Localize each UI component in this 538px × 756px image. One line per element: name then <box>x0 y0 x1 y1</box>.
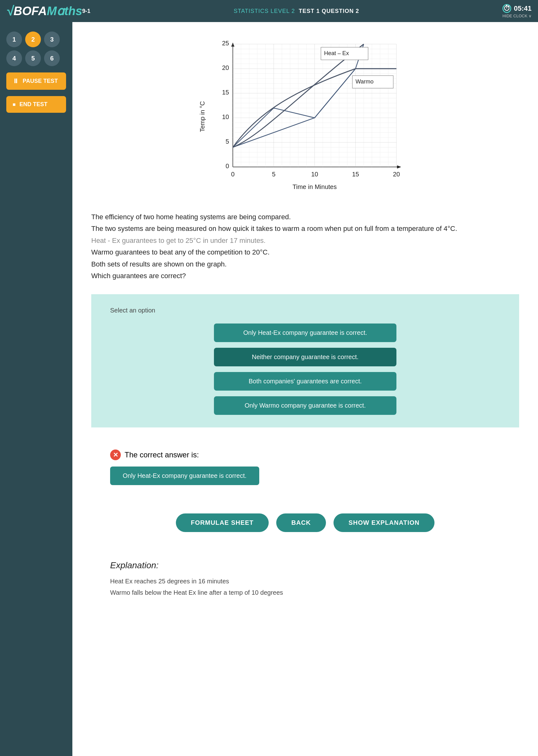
svg-text:5: 5 <box>272 171 275 178</box>
graph-svg: Temp in °C <box>198 34 412 198</box>
svg-text:15: 15 <box>222 89 229 96</box>
question-number-list: 1 2 3 4 5 6 <box>6 31 66 66</box>
question-num-4[interactable]: 4 <box>6 50 22 66</box>
breadcrumb-bold: TEST 1 QUESTION 2 <box>298 8 359 14</box>
pause-test-label: PAUSE TEST <box>23 78 58 85</box>
question-text: The efficiency of two home heating syste… <box>91 211 519 282</box>
correct-answer-button[interactable]: Only Heat-Ex company guarantee is correc… <box>110 467 259 485</box>
explanation-section: Explanation: Heat Ex reaches 25 degrees … <box>91 554 519 617</box>
pause-test-button[interactable]: ⏸ PAUSE TEST <box>6 72 66 90</box>
question-num-2[interactable]: 2 <box>25 31 41 47</box>
correct-answer-label: ✕ The correct answer is: <box>110 450 500 460</box>
end-test-label: END TEST <box>20 101 47 108</box>
correct-answer-section: ✕ The correct answer is: Only Heat-Ex co… <box>91 440 519 495</box>
svg-marker-3 <box>397 165 401 168</box>
y-axis-label: Temp in °C <box>199 101 206 132</box>
header: √ BOFA Mɑths 9-1 STATISTICS LEVEL 2 TEST… <box>0 0 538 22</box>
correct-answer-text: The correct answer is: <box>125 450 199 459</box>
option-heat-ex-only[interactable]: Only Heat-Ex company guarantee is correc… <box>214 324 397 342</box>
svg-text:Heat – Ex: Heat – Ex <box>324 50 349 56</box>
svg-text:0: 0 <box>231 171 235 178</box>
logo: √ BOFA Mɑths 9-1 <box>6 3 90 19</box>
explanation-line2: Warmo falls below the Heat Ex line after… <box>110 587 500 598</box>
sidebar: 1 2 3 4 5 6 ⏸ PAUSE TEST ■ END TEST <box>0 22 72 756</box>
back-button[interactable]: BACK <box>276 513 326 532</box>
clock-time: 05:41 <box>514 4 531 13</box>
svg-text:20: 20 <box>222 64 229 71</box>
hide-clock-button[interactable]: HIDE CLOCK ∨ <box>503 14 532 18</box>
show-explanation-button[interactable]: SHOW EXPLANATION <box>334 513 435 532</box>
question-line1: The efficiency of two home heating syste… <box>91 211 519 223</box>
wrong-icon: ✕ <box>110 450 121 460</box>
option-both[interactable]: Both companies' guarantees are correct. <box>214 372 397 391</box>
formulae-sheet-button[interactable]: FORMULAE SHEET <box>176 513 269 532</box>
question-line6: Which guarantees are correct? <box>91 270 519 282</box>
answer-section: Select an option Only Heat-Ex company gu… <box>91 294 519 427</box>
logo-sqrt: √ <box>6 3 14 19</box>
breadcrumb: STATISTICS LEVEL 2 TEST 1 QUESTION 2 <box>234 8 359 15</box>
svg-text:25: 25 <box>222 40 229 47</box>
options-list: Only Heat-Ex company guarantee is correc… <box>110 324 500 415</box>
question-num-3[interactable]: 3 <box>44 31 60 47</box>
breadcrumb-gray: STATISTICS LEVEL 2 <box>234 8 295 14</box>
main-layout: 1 2 3 4 5 6 ⏸ PAUSE TEST ■ END TEST Temp… <box>0 22 538 756</box>
question-num-1[interactable]: 1 <box>6 31 22 47</box>
stop-icon: ■ <box>13 102 16 107</box>
question-num-5[interactable]: 5 <box>25 50 41 66</box>
x-axis-label: Time in Minutes <box>293 183 337 190</box>
end-test-button[interactable]: ■ END TEST <box>6 96 66 113</box>
graph-wrap: Temp in °C <box>198 34 412 198</box>
svg-text:Warmo: Warmo <box>355 79 373 85</box>
select-label: Select an option <box>110 307 500 314</box>
option-neither[interactable]: Neither company guarantee is correct. <box>214 348 397 366</box>
logo-maths: Mɑths <box>47 4 82 18</box>
option-warmo-only[interactable]: Only Warmo company guarantee is correct. <box>214 396 397 415</box>
explanation-text: Heat Ex reaches 25 degrees in 16 minutes… <box>110 576 500 598</box>
explanation-line1: Heat Ex reaches 25 degrees in 16 minutes <box>110 576 500 587</box>
question-num-6[interactable]: 6 <box>44 50 60 66</box>
svg-text:10: 10 <box>311 171 318 178</box>
pause-icon: ⏸ <box>13 78 19 85</box>
clock-icon: ⏱ <box>503 4 511 13</box>
explanation-title: Explanation: <box>110 560 500 570</box>
question-line3: Heat - Ex guarantees to get to 25°C in u… <box>91 235 519 246</box>
question-line2: The two systems are being measured on ho… <box>91 223 519 234</box>
bottom-buttons: FORMULAE SHEET BACK SHOW EXPLANATION <box>91 504 519 541</box>
main-content: Temp in °C <box>72 22 538 756</box>
svg-text:5: 5 <box>226 138 229 145</box>
svg-text:15: 15 <box>352 171 359 178</box>
svg-text:0: 0 <box>226 162 229 169</box>
svg-text:10: 10 <box>222 113 229 120</box>
graph-container: Temp in °C <box>91 34 519 198</box>
question-line4: Warmo guarantees to beat any of the comp… <box>91 246 519 258</box>
logo-bofa: BOFA <box>14 4 47 18</box>
logo-grade: 9-1 <box>82 8 90 15</box>
question-line5: Both sets of results are shown on the gr… <box>91 258 519 270</box>
clock-area: ⏱ 05:41 HIDE CLOCK ∨ <box>503 4 532 18</box>
svg-text:20: 20 <box>393 171 400 178</box>
clock-display: ⏱ 05:41 <box>503 4 531 13</box>
